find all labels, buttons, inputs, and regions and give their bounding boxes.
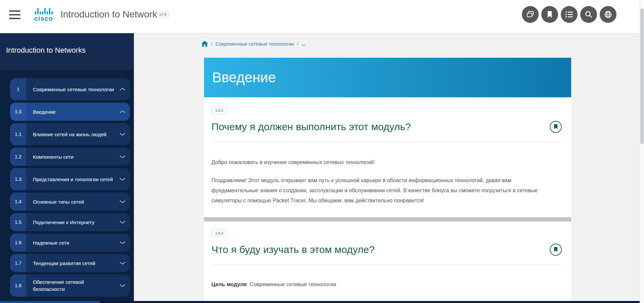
- module-number: 1: [10, 78, 26, 100]
- chevron-down-icon: [115, 234, 130, 252]
- search-icon[interactable]: [580, 6, 597, 23]
- module-goal-text: : Современные сетевые технологии: [247, 282, 336, 287]
- chevron-down-icon: [115, 254, 130, 272]
- paragraph: Добро пожаловать в изучение современных …: [211, 157, 551, 167]
- chevron-down-icon: [115, 213, 130, 231]
- module-number: 1.0: [10, 103, 26, 121]
- module-goal: Цель модуля: Современные сетевые техноло…: [211, 280, 551, 290]
- section-divider-line: [211, 142, 562, 142]
- module-number: 1.4: [10, 193, 26, 211]
- section-divider-line: [211, 264, 562, 265]
- module-label: Введение: [26, 103, 115, 121]
- sidebar-item-1-8[interactable]: 1.8 Обеспечение сетевой безопасности: [10, 274, 130, 297]
- module-number: 1.7: [10, 254, 26, 272]
- course-sidebar: Introduction to Networks 1 Современные с…: [0, 33, 134, 301]
- breadcrumb-link-module[interactable]: Современные сетевые технологии: [215, 41, 294, 47]
- module-label: Тенденции развития сетей: [26, 254, 115, 272]
- bottom-progress-bar: [0, 301, 644, 303]
- sidebar-item-1-0[interactable]: 1.0 Введение: [10, 103, 130, 121]
- globe-icon[interactable]: [600, 6, 616, 23]
- sidebar-item-1-7[interactable]: 1.7 Тенденции развития сетей: [10, 254, 130, 272]
- module-label: Подключение к Интернету: [26, 213, 115, 231]
- module-label: Современные сетевые технологии: [26, 78, 115, 100]
- content-card: 1.0.1 Почему я должен выполнить этот мод…: [204, 97, 571, 301]
- module-number: 1.8: [10, 274, 26, 297]
- sidebar-item-1-6[interactable]: 1.6 Надежные сети: [10, 234, 130, 252]
- page-scrollbar[interactable]: [640, 0, 644, 303]
- section-bookmark-button[interactable]: [550, 121, 562, 133]
- chevron-down-icon: [115, 193, 130, 211]
- module-number: 1.2: [10, 148, 26, 166]
- chevron-down-icon: [115, 274, 130, 297]
- section-title: Почему я должен выполнить этот модуль?: [211, 121, 411, 133]
- bottom-progress-segment: [0, 301, 100, 303]
- banner-title: Введение: [204, 69, 276, 86]
- module-label: Представления и топологии сетей: [26, 168, 115, 190]
- bookmark-icon[interactable]: [541, 6, 558, 23]
- cisco-logo-bars-icon: [32, 7, 55, 14]
- sidebar-item-1-5[interactable]: 1.5 Подключение к Интернету: [10, 213, 130, 231]
- paragraph: Поздравляем! Этот модуль открывает вам п…: [211, 175, 551, 206]
- module-label: Обеспечение сетевой безопасности: [26, 274, 115, 297]
- section-title: Что я буду изучать в этом модуле?: [211, 244, 375, 255]
- sidebar-item-1-4[interactable]: 1.4 Основные типы сетей: [10, 193, 130, 211]
- breadcrumb-separator: /: [297, 41, 298, 47]
- chevron-down-icon: [115, 168, 130, 190]
- cisco-logo: cisco: [32, 7, 55, 22]
- scrollbar-thumb[interactable]: [640, 8, 644, 144]
- chevron-up-icon: [115, 103, 130, 121]
- module-number: 1.6: [10, 234, 26, 252]
- windows-icon[interactable]: [522, 6, 539, 23]
- module-label: Компоненты сети: [26, 148, 115, 166]
- module-label: Влияние сетей на жизнь людей: [26, 123, 115, 145]
- section-number-badge: 1.0.1: [211, 107, 227, 114]
- sidebar-header: Introduction to Networks: [0, 33, 134, 71]
- top-header: cisco Introduction to Networks v7.0: [0, 0, 644, 33]
- section-bookmark-button[interactable]: [550, 244, 562, 256]
- header-icon-bar: [522, 6, 616, 23]
- sidebar-module-list: 1 Современные сетевые технологии 1.0 Вве…: [0, 71, 134, 297]
- section-1-0-2: 1.0.2 Что я буду изучать в этом модуле? …: [204, 221, 571, 290]
- contents-list-icon[interactable]: [561, 6, 578, 23]
- section-number-badge: 1.0.2: [211, 230, 227, 237]
- sidebar-item-module-1[interactable]: 1 Современные сетевые технологии: [10, 78, 130, 100]
- sidebar-course-title: Introduction to Networks: [6, 46, 128, 55]
- version-badge: v7.0: [157, 11, 169, 17]
- chevron-down-icon: [115, 148, 130, 166]
- section-banner: Введение: [204, 58, 571, 97]
- course-title: Introduction to Networks: [60, 9, 162, 20]
- breadcrumb: / Современные сетевые технологии / ...: [201, 41, 305, 47]
- sidebar-item-1-2[interactable]: 1.2 Компоненты сети: [10, 148, 130, 166]
- module-number: 1.5: [10, 213, 26, 231]
- module-goal-label: Цель модуля: [211, 282, 247, 287]
- breadcrumb-ellipsis[interactable]: ...: [301, 41, 305, 47]
- cisco-logo-text: cisco: [32, 15, 55, 22]
- module-label: Основные типы сетей: [26, 193, 115, 211]
- module-number: 1.3: [10, 168, 26, 190]
- sidebar-item-1-1[interactable]: 1.1 Влияние сетей на жизнь людей: [10, 123, 130, 145]
- module-number: 1.1: [10, 123, 26, 145]
- sidebar-item-1-3[interactable]: 1.3 Представления и топологии сетей: [10, 168, 130, 190]
- home-icon[interactable]: [201, 41, 208, 47]
- chevron-up-icon: [115, 78, 130, 100]
- breadcrumb-separator: /: [211, 41, 212, 47]
- section-separator-bar: [204, 217, 571, 221]
- module-label: Надежные сети: [26, 234, 115, 252]
- section-1-0-1: 1.0.1 Почему я должен выполнить этот мод…: [204, 97, 571, 206]
- hamburger-menu-icon[interactable]: [9, 10, 20, 20]
- chevron-down-icon: [115, 123, 130, 145]
